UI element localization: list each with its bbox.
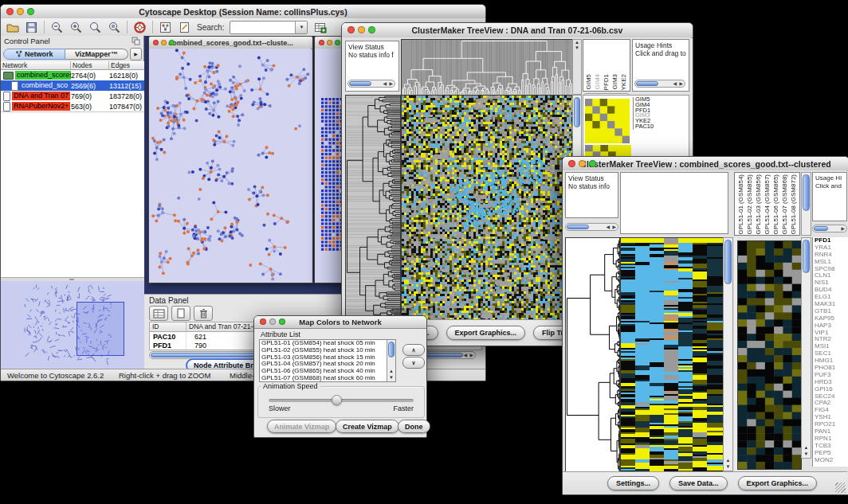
scrollbar-thumb[interactable] [636,81,658,86]
zoom-window-icon[interactable] [589,160,596,167]
view-status-scrollbar[interactable]: ◀ ▶ [347,80,395,88]
column-id[interactable]: ID [150,322,186,331]
scrollbar-thumb[interactable] [574,97,580,127]
treeview-button[interactable]: Save Data... [669,476,728,490]
scroll-down-icon[interactable]: ▼ [802,451,811,457]
import-table-icon[interactable] [313,21,327,34]
create-vizmap-button[interactable]: Create Vizmap [336,420,399,433]
scrollbar-thumb[interactable] [814,226,828,231]
search-input[interactable]: ▼ [230,21,308,34]
network-table-row[interactable]: DNA and Tran 07769(0)183728(0) [1,91,144,101]
array-label[interactable]: GIM5 [585,74,592,90]
array-dendrogram-canvas[interactable] [401,39,573,96]
genelist-vscrollbar[interactable]: ▲ ▼ [801,237,811,459]
array-dendrogram-panel[interactable] [620,172,728,234]
network-tree-area[interactable] [1,111,144,278]
scroll-up-icon[interactable]: ▲ [802,444,811,451]
close-icon[interactable] [260,318,266,325]
zoom-heatmap-canvas[interactable] [737,240,802,470]
column-edges[interactable]: Edges [109,61,144,70]
scroll-left-icon[interactable]: ◀ [673,81,677,87]
zoom-window-icon[interactable] [27,8,34,15]
create-network-icon[interactable] [159,21,172,34]
close-icon[interactable] [319,40,324,45]
scroll-strip[interactable]: ▲ ▼ [572,39,582,95]
treeview-button[interactable]: Export Graphics... [446,326,526,340]
array-label[interactable]: GPL51-04 (GSM857) [764,174,771,235]
search-dropdown-icon[interactable]: ▼ [295,21,307,33]
close-icon[interactable] [568,160,575,167]
scrollbar-thumb[interactable] [803,240,810,273]
scroll-left-icon[interactable]: ◀ [606,225,610,230]
scroll-up-icon[interactable]: ▲ [724,457,732,463]
minimize-icon[interactable] [579,160,586,167]
treeview1-titlebar[interactable]: ClusterMaker TreeView : DNA and Tran 07-… [342,23,693,38]
new-attribute-icon[interactable] [171,306,190,321]
gene-dendrogram-canvas[interactable] [345,95,401,321]
gene-dendrogram-canvas[interactable] [565,237,620,473]
scroll-up-icon[interactable]: ▲ [387,368,395,374]
tab-overflow-icon[interactable]: ▶ [130,48,142,61]
scroll-right-icon[interactable]: ▶ [679,81,683,87]
minimize-icon[interactable] [17,8,24,15]
gene-label[interactable]: MON2 [813,457,848,464]
network-table-row[interactable]: combined_scores_2764(0)16218(0) [1,70,144,80]
usage-hints-scrollbar[interactable]: ◀ ▶ [634,80,685,88]
labels-vscrollbar[interactable] [801,172,811,236]
animate-vizmap-button[interactable]: Animate Vizmap [267,420,336,433]
tab-network[interactable]: Network [3,49,65,60]
column-network[interactable]: Network [1,61,71,70]
network-view-canvas[interactable] [149,49,311,282]
zoom-out-icon[interactable] [50,21,64,34]
global-heatmap-canvas[interactable] [401,95,573,321]
tab-vizmapper[interactable]: VizMapper™ [65,49,129,60]
move-up-button[interactable]: ∧ [402,344,425,356]
attribute-select-icon[interactable] [149,306,168,321]
scroll-down-icon[interactable]: ▼ [573,45,581,51]
array-label[interactable]: GPL51-06 (GSM865) [772,174,779,235]
minimize-icon[interactable] [327,40,332,45]
scroll-right-icon[interactable]: ▶ [612,225,616,230]
zoom-window-icon[interactable] [335,40,340,45]
scroll-right-icon[interactable]: ▶ [389,81,393,87]
array-label[interactable]: GPL51-02 (GSM855) [746,174,753,235]
minimize-icon[interactable] [358,26,365,33]
list-vscrollbar[interactable]: ▲ ▼ [387,340,395,381]
main-titlebar[interactable]: Cytoscape Desktop (Session Name: collins… [1,5,485,19]
scrollbar-thumb[interactable] [803,174,810,211]
array-label[interactable]: PAC10 [629,70,630,90]
scrollbar-thumb[interactable] [349,81,371,86]
network-overview-canvas[interactable] [1,281,144,369]
heatmap-vscrollbar[interactable]: ▲ ▼ [723,237,733,471]
network-table-row[interactable]: combined_sco2569(6)13112(15) [1,80,144,91]
delete-attribute-icon[interactable] [194,306,213,321]
global-heatmap-canvas[interactable] [620,237,724,473]
attribute-listbox[interactable]: GPL51-01 (GSM854) heat shock 05 minGPL51… [259,339,396,382]
close-icon[interactable] [6,8,14,15]
gene-label[interactable]: PAC10 [634,124,689,130]
array-label[interactable]: PFD1 [603,74,610,90]
array-label[interactable]: GPL51-01 (GSM854) [737,174,744,235]
help-lifesaver-icon[interactable] [133,21,147,34]
done-button[interactable]: Done [398,420,430,433]
zoom-heatmap-canvas[interactable] [585,99,630,143]
scroll-left-icon[interactable]: ◀ [383,81,387,87]
array-label[interactable]: GIM3 [611,74,618,90]
move-down-button[interactable]: ∨ [402,357,425,369]
scrollbar-thumb[interactable] [567,225,589,229]
scroll-left-icon[interactable]: ◀ [463,353,467,358]
array-label[interactable]: GPL51-07 (GSM868) [781,174,788,235]
usage-hints-scrollbar[interactable]: ▶ [812,225,847,232]
scroll-down-icon[interactable]: ▼ [387,374,395,381]
minimize-icon[interactable] [161,40,167,45]
resize-grip[interactable] [835,483,846,493]
float-panel-icon[interactable] [132,37,140,45]
zoom-in-icon[interactable] [69,21,83,34]
scroll-down-icon[interactable]: ▼ [724,463,732,470]
zoom-window-icon[interactable] [368,26,375,33]
zoom-selected-icon[interactable] [108,21,121,34]
treeview2-titlebar[interactable]: ClusterMaker TreeView : combined_scores_… [563,157,848,171]
zoom-window-icon[interactable] [279,318,285,325]
treeview-button[interactable]: Export Graphics... [738,476,818,490]
scrollbar-thumb[interactable] [724,240,732,284]
